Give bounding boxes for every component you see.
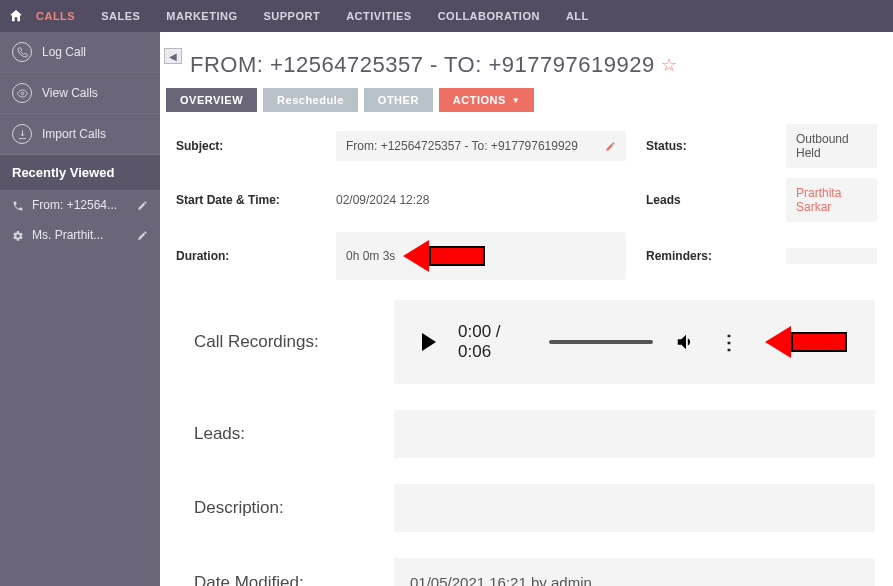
leads-link[interactable]: Prarthita Sarkar xyxy=(786,178,877,222)
date-modified-label: Date Modified: xyxy=(194,573,394,587)
nav-calls[interactable]: CALLS xyxy=(36,10,75,22)
tab-actions-label: ACTIONS xyxy=(453,94,506,106)
subject-label: Subject: xyxy=(176,139,316,153)
start-date-value: 02/09/2024 12:28 xyxy=(336,185,626,215)
pencil-icon[interactable] xyxy=(605,139,616,153)
sidebar-collapse-toggle[interactable]: ◀ xyxy=(164,48,182,64)
reminders-value[interactable] xyxy=(786,248,877,264)
audio-progress-track[interactable] xyxy=(549,340,653,344)
date-modified-value: 01/05/2021 16:21 by admin xyxy=(394,558,875,586)
tab-overview[interactable]: OVERVIEW xyxy=(166,88,257,112)
record-tabs: OVERVIEW Reschedule OTHER ACTIONS ▼ xyxy=(160,88,893,112)
gear-icon xyxy=(12,228,24,242)
sidebar: Log Call View Calls Import Calls Recentl… xyxy=(0,32,160,586)
leads-detail-value[interactable] xyxy=(394,410,875,458)
recently-viewed-header: Recently Viewed xyxy=(0,155,160,190)
sidebar-import-calls[interactable]: Import Calls xyxy=(0,114,160,155)
pencil-icon[interactable] xyxy=(137,198,148,212)
nav-activities[interactable]: ACTIVITIES xyxy=(346,10,412,22)
nav-collaboration[interactable]: COLLABORATION xyxy=(438,10,540,22)
subject-value[interactable]: From: +12564725357 - To: +917797619929 xyxy=(336,131,626,161)
nav-marketing[interactable]: MARKETING xyxy=(166,10,237,22)
phone-icon xyxy=(12,198,24,212)
status-label: Status: xyxy=(646,139,766,153)
top-nav: CALLS SALES MARKETING SUPPORT ACTIVITIES… xyxy=(0,0,893,32)
caret-down-icon: ▼ xyxy=(512,96,520,105)
audio-time: 0:00 / 0:06 xyxy=(458,322,527,362)
nav-sales[interactable]: SALES xyxy=(101,10,140,22)
annotation-arrow xyxy=(765,326,847,358)
annotation-arrow xyxy=(403,240,485,272)
subject-text: From: +12564725357 - To: +917797619929 xyxy=(346,139,578,153)
duration-value: 0h 0m 3s xyxy=(336,232,626,280)
sidebar-log-call[interactable]: Log Call xyxy=(0,32,160,73)
tab-other[interactable]: OTHER xyxy=(364,88,433,112)
recent-item-label: Ms. Prarthit... xyxy=(32,228,103,242)
volume-icon[interactable] xyxy=(675,331,697,353)
description-label: Description: xyxy=(194,498,394,518)
sidebar-label: Import Calls xyxy=(42,127,106,141)
recent-item[interactable]: From: +12564... xyxy=(0,190,160,220)
page-title: FROM: +12564725357 - TO: +917797619929 xyxy=(190,52,655,78)
eye-icon xyxy=(12,83,32,103)
sidebar-view-calls[interactable]: View Calls xyxy=(0,73,160,114)
start-date-label: Start Date & Time: xyxy=(176,193,316,207)
description-value[interactable] xyxy=(394,484,875,532)
download-icon xyxy=(12,124,32,144)
main-content: ◀ FROM: +12564725357 - TO: +917797619929… xyxy=(160,32,893,586)
nav-all[interactable]: ALL xyxy=(566,10,589,22)
duration-text: 0h 0m 3s xyxy=(346,249,395,263)
tab-reschedule[interactable]: Reschedule xyxy=(263,88,358,112)
sidebar-label: View Calls xyxy=(42,86,98,100)
duration-label: Duration: xyxy=(176,249,316,263)
nav-support[interactable]: SUPPORT xyxy=(263,10,320,22)
recent-item[interactable]: Ms. Prarthit... xyxy=(0,220,160,250)
favorite-star-icon[interactable]: ☆ xyxy=(661,54,677,76)
phone-log-icon xyxy=(12,42,32,62)
leads-label: Leads xyxy=(646,193,766,207)
status-value[interactable]: Outbound Held xyxy=(786,124,877,168)
recent-item-label: From: +12564... xyxy=(32,198,117,212)
leads-detail-label: Leads: xyxy=(194,424,394,444)
sidebar-label: Log Call xyxy=(42,45,86,59)
pencil-icon[interactable] xyxy=(137,228,148,242)
more-menu-icon[interactable]: ⋮ xyxy=(719,330,739,354)
home-icon[interactable] xyxy=(8,8,24,24)
audio-player[interactable]: 0:00 / 0:06 ⋮ xyxy=(394,300,875,384)
svg-point-0 xyxy=(21,92,24,95)
tab-actions-dropdown[interactable]: ACTIONS ▼ xyxy=(439,88,534,112)
call-recordings-label: Call Recordings: xyxy=(194,332,394,352)
reminders-label: Reminders: xyxy=(646,249,766,263)
play-icon[interactable] xyxy=(422,333,436,351)
